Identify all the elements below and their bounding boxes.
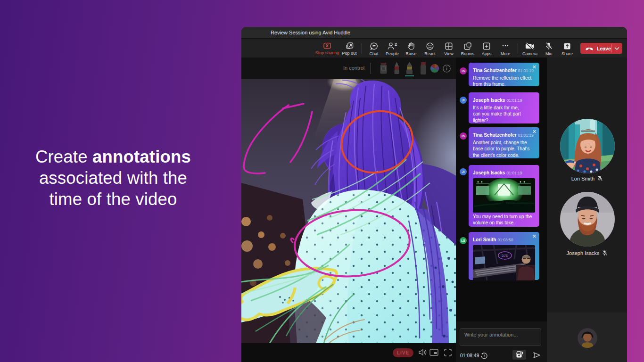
svg-text:DJ'D: DJ'D <box>502 254 508 257</box>
svg-text:2: 2 <box>395 42 397 47</box>
